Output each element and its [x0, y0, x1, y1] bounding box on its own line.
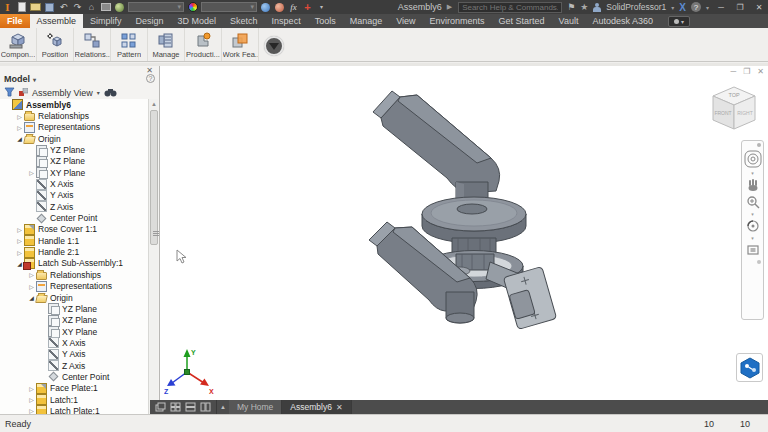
tree-item-handle-2-1[interactable]: ▷Handle 2:1 — [0, 246, 149, 257]
tree-expand-icon[interactable]: ▷ — [27, 385, 36, 392]
tree-item-latch-plate-1[interactable]: ▷Latch Plate:1 — [0, 405, 149, 414]
material-sphere-icon[interactable] — [114, 1, 125, 13]
ribbon-panel-toggle-button[interactable] — [259, 28, 289, 61]
relationships-button[interactable]: Relations... — [74, 28, 111, 61]
look-at-icon[interactable] — [746, 243, 760, 257]
navbar-caret-icon[interactable]: ▾ — [751, 171, 754, 175]
cascade-windows-icon[interactable] — [155, 402, 166, 412]
navbar-caret-icon[interactable]: ▾ — [751, 212, 754, 216]
search-input[interactable] — [458, 2, 562, 13]
tree-item-assembly6[interactable]: Assembly6 — [0, 99, 149, 110]
tree-expand-icon[interactable]: ▷ — [27, 396, 36, 403]
tree-expand-icon[interactable]: ▷ — [15, 237, 24, 244]
scroll-up-icon[interactable]: ▲ — [149, 99, 159, 109]
panel-help-icon[interactable]: ? — [146, 74, 155, 83]
tree-expand-icon[interactable]: ▷ — [27, 169, 36, 176]
adjust-icon[interactable] — [260, 1, 271, 13]
tree-item-x-axis[interactable]: X Axis — [0, 178, 149, 189]
arrange-horizontal-icon[interactable] — [185, 402, 196, 412]
doc-minimize-icon[interactable]: ─ — [730, 67, 736, 76]
door-handle-assembly-model[interactable] — [160, 66, 768, 400]
expand-up-icon[interactable]: ▲ — [220, 404, 226, 410]
tree-item-origin[interactable]: ◢Origin — [0, 292, 149, 303]
home-icon[interactable]: ⌂ — [86, 1, 97, 13]
render-image-icon[interactable] — [100, 1, 111, 13]
navbar-more-dot-icon[interactable] — [757, 260, 761, 264]
open-folder-icon[interactable] — [30, 1, 41, 13]
appearance-combo[interactable]: ▾ — [201, 1, 257, 13]
inventor-logo-icon[interactable]: I — [2, 1, 13, 13]
redo-icon[interactable]: ↷ — [72, 1, 83, 13]
tree-item-center-point[interactable]: Center Point — [0, 371, 149, 382]
tree-item-xz-plane[interactable]: XZ Plane — [0, 315, 149, 326]
position-button[interactable]: Position — [37, 28, 74, 61]
help-button[interactable]: ? — [691, 2, 701, 12]
material-combo[interactable]: ▾ — [128, 1, 184, 13]
user-name[interactable]: SolidProfessor1 — [606, 2, 666, 12]
close-button[interactable]: ✕ — [752, 3, 766, 12]
tab-environments[interactable]: Environments — [423, 14, 492, 28]
tree-item-relationships[interactable]: ▷Relationships — [0, 110, 149, 121]
tree-item-center-point[interactable]: Center Point — [0, 212, 149, 223]
search-pennant-icon[interactable]: ⚑ — [567, 2, 575, 12]
tree-item-handle-1-1[interactable]: ▷Handle 1:1 — [0, 235, 149, 246]
tab-design[interactable]: Design — [129, 14, 171, 28]
favorites-star-icon[interactable]: ★ — [580, 2, 588, 12]
tree-item-representations[interactable]: ▷Representations — [0, 281, 149, 292]
tree-item-z-axis[interactable]: Z Axis — [0, 201, 149, 212]
component-button[interactable]: Compon... — [0, 28, 37, 61]
productivity-button[interactable]: Producti... — [185, 28, 222, 61]
parameters-fx-icon[interactable]: fx — [288, 1, 299, 13]
tab-3d-model[interactable]: 3D Model — [171, 14, 224, 28]
view-selector-caret-icon[interactable]: ▾ — [97, 89, 100, 96]
tree-item-xy-plane[interactable]: XY Plane — [0, 326, 149, 337]
tab-sketch[interactable]: Sketch — [223, 14, 265, 28]
tree-item-origin[interactable]: ◢Origin — [0, 133, 149, 144]
help-caret-icon[interactable]: ▾ — [706, 4, 709, 11]
pan-hand-icon[interactable] — [746, 178, 760, 192]
tree-item-x-axis[interactable]: X Axis — [0, 337, 149, 348]
panel-title[interactable]: Model — [4, 74, 30, 84]
tab-file[interactable]: File — [0, 14, 30, 28]
tab-assemble[interactable]: Assemble — [30, 14, 84, 28]
doc-close-icon[interactable]: ✕ — [757, 67, 764, 76]
tree-expand-icon[interactable]: ▷ — [15, 124, 24, 131]
search-binoculars-icon[interactable] — [104, 88, 117, 97]
tree-expand-icon[interactable]: ▷ — [27, 271, 36, 278]
a360-share-button[interactable] — [736, 353, 763, 382]
manage-button[interactable]: Manage — [148, 28, 185, 61]
panel-title-caret-icon[interactable]: ▾ — [33, 76, 36, 83]
zoom-icon[interactable] — [746, 195, 760, 209]
tree-item-xz-plane[interactable]: XZ Plane — [0, 156, 149, 167]
tree-item-yz-plane[interactable]: YZ Plane — [0, 303, 149, 314]
tree-item-rose-cover-1-1[interactable]: ▷Rose Cover 1:1 — [0, 224, 149, 235]
user-menu-caret-icon[interactable]: ▾ — [671, 4, 674, 11]
color-wheel-icon[interactable] — [187, 1, 198, 13]
tree-expand-icon[interactable]: ▷ — [15, 226, 24, 233]
measure-icon[interactable]: + — [302, 1, 313, 13]
tab-simplify[interactable]: Simplify — [83, 14, 129, 28]
tree-item-face-plate-1[interactable]: ▷Face Plate:1 — [0, 383, 149, 394]
tab-view[interactable]: View — [389, 14, 422, 28]
tree-item-z-axis[interactable]: Z Axis — [0, 360, 149, 371]
new-document-icon[interactable] — [16, 1, 27, 13]
tab-autodesk-a360[interactable]: Autodesk A360 — [585, 14, 660, 28]
tree-expand-icon[interactable]: ▷ — [27, 283, 36, 290]
screencast-camera-icon[interactable]: ▾ — [668, 16, 690, 27]
document-tab-assembly6[interactable]: Assembly6✕ — [282, 400, 351, 414]
tree-item-y-axis[interactable]: Y Axis — [0, 190, 149, 201]
minimize-button[interactable]: ─ — [714, 3, 728, 12]
visual-style-icon[interactable] — [274, 1, 285, 13]
restore-button[interactable]: ❐ — [733, 3, 747, 12]
tree-item-yz-plane[interactable]: YZ Plane — [0, 144, 149, 155]
tab-tools[interactable]: Tools — [308, 14, 343, 28]
tree-item-y-axis[interactable]: Y Axis — [0, 349, 149, 360]
filter-funnel-icon[interactable] — [4, 87, 15, 98]
tree-item-latch-1[interactable]: ▷Latch:1 — [0, 394, 149, 405]
user-avatar-icon[interactable] — [593, 3, 601, 12]
doc-restore-icon[interactable]: ❐ — [743, 67, 750, 76]
tab-get-started[interactable]: Get Started — [492, 14, 552, 28]
tree-expand-icon[interactable]: ▷ — [15, 113, 24, 120]
graphics-viewport[interactable]: ─ ❐ ✕ TOP FRONT RIGHT ▾ ▾ — [160, 66, 768, 400]
tree-item-representations[interactable]: ▷Representations — [0, 122, 149, 133]
